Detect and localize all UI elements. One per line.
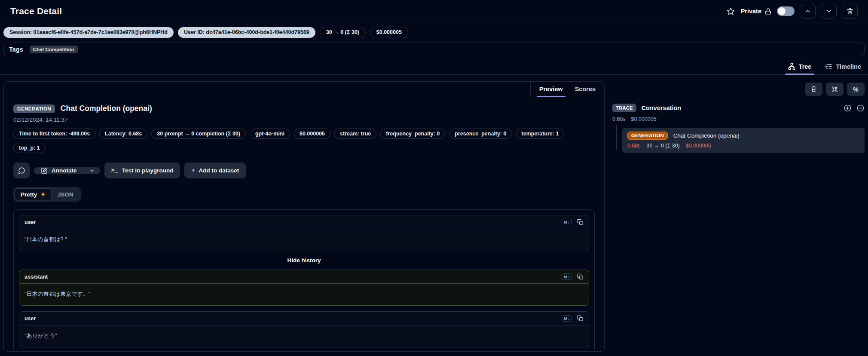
tags-container: Tags Chat Competition <box>3 43 865 56</box>
metric-temperature: temperature: 1 <box>516 129 565 139</box>
tab-tree[interactable]: Tree <box>787 58 813 74</box>
toggle-knob <box>778 7 785 15</box>
copy-icon[interactable] <box>577 219 584 225</box>
trace-type-badge: TRACE <box>612 104 636 112</box>
trace-root-metrics: 0.68s $0.000005 <box>612 116 865 122</box>
actions-row: Annotate >_ Test in playground <box>13 163 595 178</box>
cost-badge: $0.000005 <box>370 27 408 38</box>
trace-detail-page: Trace Detail Private <box>0 0 868 356</box>
generation-node-title: Chat Completion (openai) <box>673 132 740 139</box>
hide-history-button[interactable]: Hide history <box>19 257 589 264</box>
tree-expand-controls <box>844 104 865 112</box>
show-percentages-button[interactable]: % <box>847 83 865 96</box>
trace-title[interactable]: Conversation <box>642 104 682 111</box>
observation-header: GENERATION Chat Completion (openai) <box>13 104 595 113</box>
format-toggle: Pretty ✦ JSON <box>13 187 81 202</box>
message-user-2: user M↓ "ありがとう" <box>19 311 589 347</box>
metric-badge-row: Time to first token: -498.00s Latency: 0… <box>13 129 595 153</box>
user-id-badge[interactable]: User ID: dc47a41e-06bc-400d-bde1-f0e440d… <box>178 27 315 38</box>
lock-icon <box>764 8 772 15</box>
delete-trace-button[interactable] <box>842 4 858 18</box>
metric-top-p: top_p: 1 <box>13 143 46 153</box>
tab-timeline-label: Timeline <box>836 63 861 70</box>
node-token-usage: 30 → 0 (Σ 30) <box>647 143 680 149</box>
metric-latency: Latency: 0.68s <box>99 129 147 139</box>
tab-tree-label: Tree <box>799 63 812 70</box>
add-to-dataset-button[interactable]: + Add to dataset <box>184 163 246 178</box>
show-scores-button[interactable] <box>805 83 822 96</box>
tab-preview[interactable]: Preview <box>539 86 563 92</box>
next-trace-button[interactable] <box>821 4 837 18</box>
trash-icon <box>847 8 853 15</box>
terminal-icon: >_ <box>111 167 118 174</box>
top-bar-actions: Private <box>726 4 858 18</box>
message-header: user M↓ <box>19 312 589 325</box>
tree-children: GENERATION Chat Completion (openai) 0.68… <box>612 128 865 153</box>
format-pretty-label: Pretty <box>21 191 37 198</box>
annotate-dropdown-button[interactable] <box>84 167 100 174</box>
trace-cost: $0.000005 <box>631 116 657 122</box>
trace-root-row: TRACE Conversation <box>612 104 865 112</box>
copy-icon[interactable] <box>577 273 584 280</box>
top-bar: Trace Detail Private <box>3 0 865 22</box>
markdown-toggle-icon[interactable]: M↓ <box>562 219 572 225</box>
annotate-label: Annotate <box>52 167 77 174</box>
star-icon <box>727 7 735 15</box>
annotate-button[interactable]: Annotate <box>34 167 84 174</box>
metric-stream: stream: true <box>334 129 376 139</box>
message-header: user M↓ <box>19 215 589 229</box>
test-in-playground-button[interactable]: >_ Test in playground <box>104 163 180 178</box>
previous-trace-button[interactable] <box>800 4 816 18</box>
comments-button[interactable] <box>13 163 30 178</box>
public-sharing-toggle[interactable] <box>777 6 795 16</box>
token-usage-badge: 30 → 0 (Σ 30) <box>320 27 366 38</box>
observation-body: GENERATION Chat Completion (openai) 02/1… <box>4 97 604 351</box>
metric-presence-penalty: presence_penalty: 0 <box>449 129 512 139</box>
message-content: "日本の首都は東京です。" <box>19 284 589 305</box>
panel-tabs: Preview Scores <box>530 82 604 97</box>
tree-icon <box>788 63 795 70</box>
tab-timeline[interactable]: Timeline <box>824 58 862 74</box>
format-json-button[interactable]: JSON <box>52 188 79 200</box>
tree-toolbar: % <box>612 83 865 96</box>
markdown-toggle-icon[interactable]: M↓ <box>562 273 572 280</box>
message-content: "日本の首都は? " <box>19 229 589 251</box>
messages-container: user M↓ "日本の首都は? " Hide history <box>13 209 595 351</box>
sparkles-icon: ✦ <box>40 191 46 198</box>
message-header-icons: M↓ <box>562 315 584 322</box>
trace-latency: 0.68s <box>612 116 626 122</box>
copy-icon[interactable] <box>577 315 584 322</box>
tag-chat-competition[interactable]: Chat Competition <box>30 46 78 53</box>
format-pretty-button[interactable]: Pretty ✦ <box>15 188 52 200</box>
header-divider <box>0 22 868 22</box>
test-in-playground-label: Test in playground <box>122 167 174 174</box>
meta-badge-row: Session: 01aaacf6-e0fe-457d-a7de-7c1ee08… <box>3 27 865 38</box>
annotate-split-button: Annotate <box>34 167 100 174</box>
metric-time-to-first-token: Time to first token: -498.00s <box>13 129 95 139</box>
collapse-icon <box>831 86 838 93</box>
privacy-label: Private <box>741 8 761 15</box>
expand-all-icon[interactable] <box>844 104 852 112</box>
metric-model: gpt-4o-mini <box>250 129 290 139</box>
collapse-all-icon[interactable] <box>856 104 865 112</box>
generation-node-metrics: 0.68s 30 → 0 (Σ 30) $0.000005 <box>627 143 859 149</box>
session-badge[interactable]: Session: 01aaacf6-e0fe-457d-a7de-7c1ee08… <box>3 27 174 38</box>
bookmark-star-button[interactable] <box>726 6 736 16</box>
collapse-all-button[interactable] <box>826 83 844 96</box>
tree-node-generation[interactable]: GENERATION Chat Completion (openai) 0.68… <box>622 128 865 153</box>
message-header-icons: M↓ <box>562 219 584 225</box>
privacy-status: Private <box>741 8 772 15</box>
metric-token-usage: 30 prompt → 0 completion (Σ 30) <box>151 129 246 139</box>
metric-cost: $0.000005 <box>294 129 330 139</box>
chat-bubble-icon <box>18 167 25 174</box>
timeline-icon <box>825 63 832 70</box>
message-header: assistant M↓ <box>19 270 589 284</box>
plus-icon: + <box>191 167 195 174</box>
metric-frequency-penalty: frequency_penalty: 0 <box>380 129 445 139</box>
message-user-1: user M↓ "日本の首都は? " <box>19 215 589 251</box>
tree-node-header: GENERATION Chat Completion (openai) <box>627 132 859 140</box>
tab-scores[interactable]: Scores <box>575 86 596 92</box>
trace-tree-panel: % TRACE Conversation 0.68s $0.000005 <box>612 81 865 356</box>
markdown-toggle-icon[interactable]: M↓ <box>562 315 572 322</box>
message-role: assistant <box>24 274 48 280</box>
